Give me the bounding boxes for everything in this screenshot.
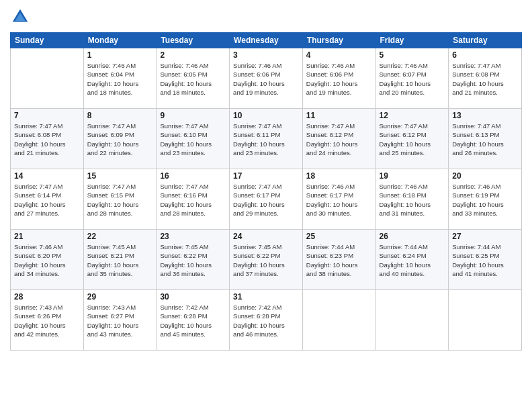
day-number: 26 <box>380 232 445 241</box>
day-info: Sunrise: 7:47 AMSunset: 6:10 PMDaylight:… <box>160 122 226 157</box>
header <box>10 7 522 27</box>
day-cell: 4Sunrise: 7:46 AMSunset: 6:06 PMDaylight… <box>302 48 375 109</box>
day-number: 2 <box>160 50 226 60</box>
day-info: Sunrise: 7:46 AMSunset: 6:06 PMDaylight:… <box>233 61 299 97</box>
day-cell: 25Sunrise: 7:44 AMSunset: 6:23 PMDayligh… <box>302 230 375 290</box>
day-info: Sunrise: 7:47 AMSunset: 6:14 PMDaylight:… <box>14 182 80 218</box>
day-info: Sunrise: 7:46 AMSunset: 6:05 PMDaylight:… <box>160 61 226 97</box>
day-cell: 27Sunrise: 7:44 AMSunset: 6:25 PMDayligh… <box>449 230 522 290</box>
day-cell: 22Sunrise: 7:45 AMSunset: 6:21 PMDayligh… <box>83 230 157 290</box>
day-cell: 5Sunrise: 7:46 AMSunset: 6:07 PMDaylight… <box>375 48 449 109</box>
day-number: 19 <box>380 171 445 181</box>
day-number: 1 <box>87 50 153 60</box>
day-number: 23 <box>160 232 226 241</box>
day-cell <box>375 290 449 351</box>
day-number: 29 <box>87 292 153 302</box>
day-cell: 30Sunrise: 7:42 AMSunset: 6:28 PMDayligh… <box>157 290 230 351</box>
day-info: Sunrise: 7:47 AMSunset: 6:16 PMDaylight:… <box>160 182 226 218</box>
day-cell <box>302 290 375 351</box>
day-number: 10 <box>233 111 299 120</box>
weekday-header-sunday: Sunday <box>11 33 84 48</box>
logo-icon <box>10 7 30 27</box>
day-number: 3 <box>233 50 299 60</box>
day-info: Sunrise: 7:47 AMSunset: 6:08 PMDaylight:… <box>14 122 80 157</box>
page: SundayMondayTuesdayWednesdayThursdayFrid… <box>0 0 532 411</box>
weekday-header-wednesday: Wednesday <box>230 33 303 48</box>
day-cell: 6Sunrise: 7:47 AMSunset: 6:08 PMDaylight… <box>449 48 522 109</box>
day-info: Sunrise: 7:45 AMSunset: 6:22 PMDaylight:… <box>160 242 226 278</box>
day-number: 6 <box>452 50 518 60</box>
day-cell: 16Sunrise: 7:47 AMSunset: 6:16 PMDayligh… <box>157 169 230 230</box>
day-cell: 24Sunrise: 7:45 AMSunset: 6:22 PMDayligh… <box>230 230 303 290</box>
day-info: Sunrise: 7:46 AMSunset: 6:19 PMDaylight:… <box>452 182 518 218</box>
day-cell: 31Sunrise: 7:42 AMSunset: 6:28 PMDayligh… <box>230 290 303 351</box>
day-cell: 2Sunrise: 7:46 AMSunset: 6:05 PMDaylight… <box>157 48 230 109</box>
day-number: 5 <box>380 50 445 60</box>
weekday-header-thursday: Thursday <box>302 33 375 48</box>
day-info: Sunrise: 7:47 AMSunset: 6:11 PMDaylight:… <box>233 122 299 157</box>
weekday-header-monday: Monday <box>83 33 157 48</box>
day-info: Sunrise: 7:47 AMSunset: 6:08 PMDaylight:… <box>452 61 518 97</box>
day-number: 22 <box>87 232 153 241</box>
day-cell: 11Sunrise: 7:47 AMSunset: 6:12 PMDayligh… <box>302 109 375 169</box>
day-number: 27 <box>452 232 518 241</box>
day-info: Sunrise: 7:47 AMSunset: 6:15 PMDaylight:… <box>87 182 153 218</box>
day-info: Sunrise: 7:44 AMSunset: 6:23 PMDaylight:… <box>306 242 372 278</box>
day-cell: 15Sunrise: 7:47 AMSunset: 6:15 PMDayligh… <box>83 169 157 230</box>
day-info: Sunrise: 7:46 AMSunset: 6:20 PMDaylight:… <box>14 242 80 278</box>
day-number: 28 <box>14 292 80 302</box>
day-info: Sunrise: 7:45 AMSunset: 6:21 PMDaylight:… <box>87 242 153 278</box>
day-number: 30 <box>160 292 226 302</box>
day-cell: 18Sunrise: 7:46 AMSunset: 6:17 PMDayligh… <box>302 169 375 230</box>
calendar: SundayMondayTuesdayWednesdayThursdayFrid… <box>10 32 522 351</box>
day-number: 13 <box>452 111 518 120</box>
day-cell <box>11 48 84 109</box>
day-info: Sunrise: 7:46 AMSunset: 6:07 PMDaylight:… <box>380 61 445 97</box>
week-row-2: 7Sunrise: 7:47 AMSunset: 6:08 PMDaylight… <box>11 109 522 169</box>
day-cell: 26Sunrise: 7:44 AMSunset: 6:24 PMDayligh… <box>375 230 449 290</box>
day-info: Sunrise: 7:44 AMSunset: 6:25 PMDaylight:… <box>452 242 518 278</box>
day-cell: 23Sunrise: 7:45 AMSunset: 6:22 PMDayligh… <box>157 230 230 290</box>
day-info: Sunrise: 7:47 AMSunset: 6:12 PMDaylight:… <box>306 122 372 157</box>
weekday-header-row: SundayMondayTuesdayWednesdayThursdayFrid… <box>11 33 522 48</box>
day-number: 17 <box>233 171 299 181</box>
week-row-1: 1Sunrise: 7:46 AMSunset: 6:04 PMDaylight… <box>11 48 522 109</box>
week-row-4: 21Sunrise: 7:46 AMSunset: 6:20 PMDayligh… <box>11 230 522 290</box>
day-cell: 17Sunrise: 7:47 AMSunset: 6:17 PMDayligh… <box>230 169 303 230</box>
day-cell: 19Sunrise: 7:46 AMSunset: 6:18 PMDayligh… <box>375 169 449 230</box>
day-number: 16 <box>160 171 226 181</box>
day-info: Sunrise: 7:42 AMSunset: 6:28 PMDaylight:… <box>233 303 299 338</box>
day-number: 14 <box>14 171 80 181</box>
day-info: Sunrise: 7:46 AMSunset: 6:06 PMDaylight:… <box>306 61 372 97</box>
day-info: Sunrise: 7:43 AMSunset: 6:26 PMDaylight:… <box>14 303 80 338</box>
day-number: 12 <box>380 111 445 120</box>
day-cell: 12Sunrise: 7:47 AMSunset: 6:12 PMDayligh… <box>375 109 449 169</box>
day-info: Sunrise: 7:42 AMSunset: 6:28 PMDaylight:… <box>160 303 226 338</box>
day-cell: 29Sunrise: 7:43 AMSunset: 6:27 PMDayligh… <box>83 290 157 351</box>
day-cell <box>449 290 522 351</box>
day-number: 21 <box>14 232 80 241</box>
day-number: 15 <box>87 171 153 181</box>
weekday-header-friday: Friday <box>375 33 449 48</box>
day-number: 31 <box>233 292 299 302</box>
day-info: Sunrise: 7:47 AMSunset: 6:17 PMDaylight:… <box>233 182 299 218</box>
day-info: Sunrise: 7:47 AMSunset: 6:13 PMDaylight:… <box>452 122 518 157</box>
day-number: 7 <box>14 111 80 120</box>
day-cell: 20Sunrise: 7:46 AMSunset: 6:19 PMDayligh… <box>449 169 522 230</box>
day-cell: 13Sunrise: 7:47 AMSunset: 6:13 PMDayligh… <box>449 109 522 169</box>
day-cell: 3Sunrise: 7:46 AMSunset: 6:06 PMDaylight… <box>230 48 303 109</box>
day-info: Sunrise: 7:46 AMSunset: 6:04 PMDaylight:… <box>87 61 153 97</box>
logo <box>10 7 33 27</box>
day-cell: 8Sunrise: 7:47 AMSunset: 6:09 PMDaylight… <box>83 109 157 169</box>
day-number: 9 <box>160 111 226 120</box>
day-info: Sunrise: 7:43 AMSunset: 6:27 PMDaylight:… <box>87 303 153 338</box>
day-info: Sunrise: 7:47 AMSunset: 6:09 PMDaylight:… <box>87 122 153 157</box>
day-info: Sunrise: 7:45 AMSunset: 6:22 PMDaylight:… <box>233 242 299 278</box>
day-cell: 7Sunrise: 7:47 AMSunset: 6:08 PMDaylight… <box>11 109 84 169</box>
weekday-header-saturday: Saturday <box>449 33 522 48</box>
day-cell: 28Sunrise: 7:43 AMSunset: 6:26 PMDayligh… <box>11 290 84 351</box>
day-cell: 10Sunrise: 7:47 AMSunset: 6:11 PMDayligh… <box>230 109 303 169</box>
day-info: Sunrise: 7:47 AMSunset: 6:12 PMDaylight:… <box>380 122 445 157</box>
day-cell: 1Sunrise: 7:46 AMSunset: 6:04 PMDaylight… <box>83 48 157 109</box>
day-number: 8 <box>87 111 153 120</box>
